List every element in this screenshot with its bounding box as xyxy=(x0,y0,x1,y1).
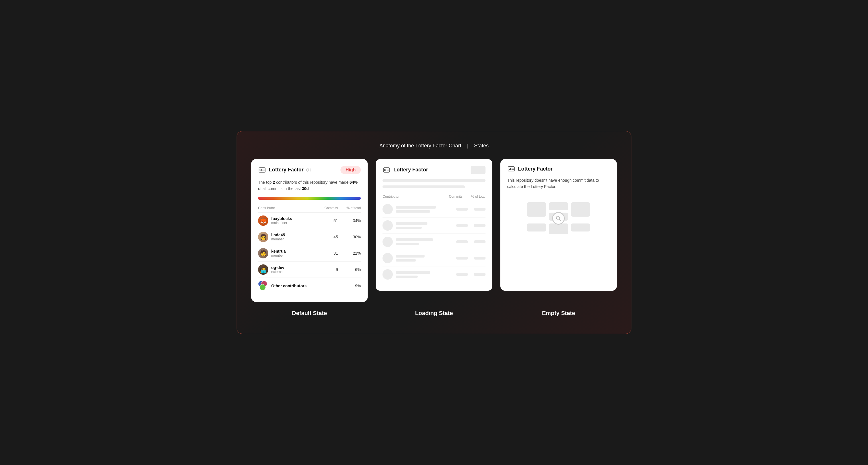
svg-point-6 xyxy=(384,169,386,171)
pct-value: 30% xyxy=(338,235,361,239)
loading-state-label: Loading State xyxy=(376,310,492,316)
empty-card-header: Lottery Factor xyxy=(507,166,610,172)
contributor-name: og-dev xyxy=(271,265,284,270)
avatar: 🧑‍💻 xyxy=(258,265,268,275)
contributor-role: member xyxy=(271,237,285,241)
empty-description: This repository doesn't have enough comm… xyxy=(507,177,610,190)
pct-value: 34% xyxy=(338,218,361,223)
avatar: 🧑 xyxy=(258,248,268,258)
contributor-name: kentrua xyxy=(271,249,286,253)
avatar: 🦊 xyxy=(258,215,268,226)
loading-col-contributor: Contributor xyxy=(382,194,439,198)
default-card-title: Lottery Factor xyxy=(269,167,304,173)
header-states: States xyxy=(474,143,489,149)
col-commits-header: Commits xyxy=(315,206,338,210)
empty-lottery-icon xyxy=(507,166,515,172)
cards-row: Lottery Factor i High The top 2 contribu… xyxy=(251,159,617,302)
contributor-role: maintainer xyxy=(271,221,292,225)
skeleton-rows xyxy=(382,201,485,282)
table-row: 👩 linda45 member 45 30% xyxy=(258,229,361,245)
empty-state-label: Empty State xyxy=(500,310,617,316)
contributor-name: foxyblocks xyxy=(271,216,292,221)
pct-value: 21% xyxy=(338,251,361,255)
lottery-icon xyxy=(258,167,266,173)
avatar: 👩 xyxy=(258,232,268,242)
loading-table-header: Contributor Commits % of total xyxy=(382,194,485,198)
default-state-label: Default State xyxy=(251,310,368,316)
card-description: The top 2 contributors of this repositor… xyxy=(258,179,361,192)
loading-toggle xyxy=(471,166,486,174)
header-title: Anatomy of the Lottery Factor Chart xyxy=(379,143,461,149)
loading-card-title: Lottery Factor xyxy=(393,167,428,173)
rainbow-bar xyxy=(258,197,361,200)
empty-card-title: Lottery Factor xyxy=(518,166,553,172)
svg-point-11 xyxy=(509,168,511,170)
skeleton-row xyxy=(382,250,485,266)
info-icon[interactable]: i xyxy=(306,168,311,172)
default-card-header: Lottery Factor i High xyxy=(258,166,361,174)
empty-visual xyxy=(507,198,610,238)
skeleton-row xyxy=(382,217,485,234)
default-state-card: Lottery Factor i High The top 2 contribu… xyxy=(251,159,368,302)
skeleton-row xyxy=(382,201,485,217)
header: Anatomy of the Lottery Factor Chart | St… xyxy=(251,143,617,149)
search-circle xyxy=(552,212,565,225)
table-header: Contributor Commits % of total xyxy=(258,206,361,210)
commits-value: 9 xyxy=(315,267,338,272)
other-contributors-label: Other contributors xyxy=(271,284,307,288)
state-labels-row: Default State Loading State Empty State xyxy=(251,302,617,316)
empty-state-card: Lottery Factor This repository doesn't h… xyxy=(500,159,617,291)
table-row: 🧑‍💻 og-dev external 9 6% xyxy=(258,261,361,278)
contributor-role: member xyxy=(271,253,286,257)
skeleton-row xyxy=(382,234,485,250)
contributor-role: external xyxy=(271,270,284,274)
pct-value: 6% xyxy=(338,267,361,272)
other-avatar xyxy=(258,281,268,291)
loading-state-card: Lottery Factor Contributor Commits % of … xyxy=(376,159,492,291)
loading-lottery-icon xyxy=(382,167,391,173)
other-contributors-row: Other contributors 9% xyxy=(258,278,361,294)
contributor-rows: 🦊 foxyblocks maintainer 51 34% 👩 linda45… xyxy=(258,212,361,278)
commits-value: 31 xyxy=(315,251,338,255)
loading-col-commits: Commits xyxy=(440,194,463,198)
contributor-name: linda45 xyxy=(271,232,285,237)
header-divider: | xyxy=(467,143,468,149)
loading-col-pct: % of total xyxy=(463,194,486,198)
svg-line-16 xyxy=(559,219,561,221)
contributors-table: Contributor Commits % of total 🦊 foxyblo… xyxy=(258,206,361,294)
skeleton-row xyxy=(382,266,485,282)
table-row: 🦊 foxyblocks maintainer 51 34% xyxy=(258,212,361,229)
svg-point-1 xyxy=(260,169,261,171)
high-badge: High xyxy=(340,166,361,174)
table-row: 🧑 kentrua member 31 21% xyxy=(258,245,361,261)
other-pct: 9% xyxy=(338,284,361,288)
commits-value: 51 xyxy=(315,218,338,223)
col-contributor-header: Contributor xyxy=(258,206,315,210)
commits-value: 45 xyxy=(315,235,338,239)
skeleton-bar-2 xyxy=(382,185,465,188)
loading-card-header: Lottery Factor xyxy=(382,166,485,174)
outer-frame: Anatomy of the Lottery Factor Chart | St… xyxy=(237,131,631,334)
skeleton-bar-1 xyxy=(382,179,485,182)
col-pct-header: % of total xyxy=(338,206,361,210)
